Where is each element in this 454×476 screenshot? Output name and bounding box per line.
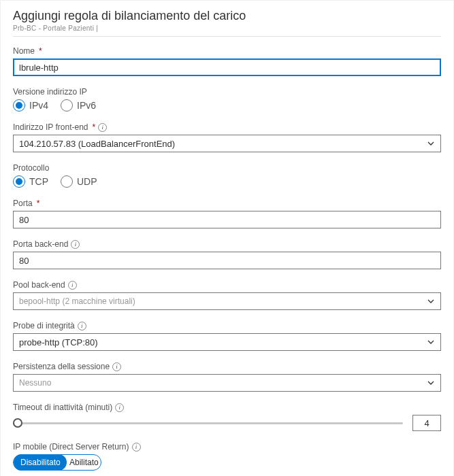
info-icon[interactable]: i — [68, 281, 77, 290]
port-input[interactable] — [13, 211, 441, 228]
floating-ip-toggle[interactable]: Disabilitato Abilitato — [13, 454, 101, 471]
required-indicator: * — [37, 199, 40, 208]
field-floating-ip: IP mobile (Direct Server Return) i Disab… — [13, 442, 441, 471]
backend-port-label: Porta back-end i — [13, 239, 441, 249]
field-port: Porta* — [13, 199, 441, 228]
port-label: Porta* — [13, 199, 441, 208]
radio-tcp[interactable]: TCP — [13, 175, 48, 188]
info-icon[interactable]: i — [132, 443, 141, 452]
frontend-ip-dropdown[interactable]: 104.210.57.83 (LoadBalancerFrontEnd) — [13, 135, 441, 152]
radio-ipv6[interactable]: IPv6 — [61, 99, 96, 112]
name-input[interactable] — [13, 58, 441, 76]
required-indicator: * — [93, 122, 96, 132]
probe-label: Probe di integrità i — [13, 321, 441, 330]
name-label: Nome* — [13, 46, 441, 56]
radio-icon — [61, 99, 73, 112]
info-icon[interactable]: i — [98, 123, 107, 132]
field-probe: Probe di integrità i probe-http (TCP:80) — [13, 321, 441, 351]
info-icon[interactable]: i — [78, 322, 86, 330]
timeout-value[interactable]: 4 — [412, 415, 441, 431]
slider-track-line — [13, 422, 403, 424]
floating-ip-label: IP mobile (Direct Server Return) i — [13, 442, 441, 452]
toggle-label-enabled: Abilitato — [69, 458, 99, 467]
info-icon[interactable]: i — [112, 362, 121, 371]
radio-tcp-label: TCP — [29, 176, 48, 187]
probe-dropdown[interactable]: probe-http (TCP:80) — [13, 333, 441, 351]
toggle-label-disabled: Disabilitato — [20, 458, 61, 467]
info-icon[interactable]: i — [115, 403, 124, 412]
page-title: Aggiungi regola di bilanciamento del car… — [13, 9, 441, 23]
chevron-down-icon — [427, 379, 435, 387]
radio-ipv4-label: IPv4 — [29, 100, 48, 111]
timeout-label: Timeout di inattività (minuti) i — [13, 403, 441, 412]
field-name: Nome* — [13, 46, 441, 76]
radio-ipv4[interactable]: IPv4 — [13, 99, 48, 112]
frontend-label: Indirizzo IP front-end* i — [13, 122, 441, 132]
field-protocol: Protocollo TCP UDP — [13, 163, 441, 188]
radio-icon — [13, 99, 25, 112]
backend-pool-dropdown[interactable]: bepool-http (2 macchine virtuali) — [13, 292, 441, 310]
required-indicator: * — [39, 46, 42, 56]
slider-thumb[interactable] — [13, 418, 22, 428]
field-timeout: Timeout di inattività (minuti) i 4 — [13, 403, 441, 431]
field-persistence: Persistenza della sessione i Nessuno — [13, 362, 441, 392]
ipver-label: Versione indirizzo IP — [13, 87, 441, 97]
radio-ipv6-label: IPv6 — [77, 100, 96, 111]
field-ip-version: Versione indirizzo IP IPv4 IPv6 — [13, 87, 441, 112]
breadcrumb: Prb-BC - Portale Pazienti | — [13, 24, 441, 32]
field-frontend-ip: Indirizzo IP front-end* i 104.210.57.83 … — [13, 122, 441, 152]
chevron-down-icon — [427, 139, 435, 148]
radio-icon — [61, 175, 73, 188]
persistence-label: Persistenza della sessione i — [13, 362, 441, 371]
field-backend-pool: Pool back-end i bepool-http (2 macchine … — [13, 280, 441, 310]
radio-icon — [13, 175, 25, 188]
protocol-label: Protocollo — [13, 163, 441, 173]
radio-udp-label: UDP — [77, 176, 97, 187]
chevron-down-icon — [427, 297, 435, 305]
timeout-slider[interactable] — [13, 416, 403, 430]
field-backend-port: Porta back-end i — [13, 239, 441, 269]
divider — [13, 36, 441, 37]
persistence-dropdown[interactable]: Nessuno — [13, 374, 441, 392]
backend-port-input[interactable] — [13, 252, 441, 269]
info-icon[interactable]: i — [71, 240, 80, 249]
radio-udp[interactable]: UDP — [61, 175, 97, 188]
backend-pool-label: Pool back-end i — [13, 280, 441, 290]
chevron-down-icon — [427, 338, 435, 346]
